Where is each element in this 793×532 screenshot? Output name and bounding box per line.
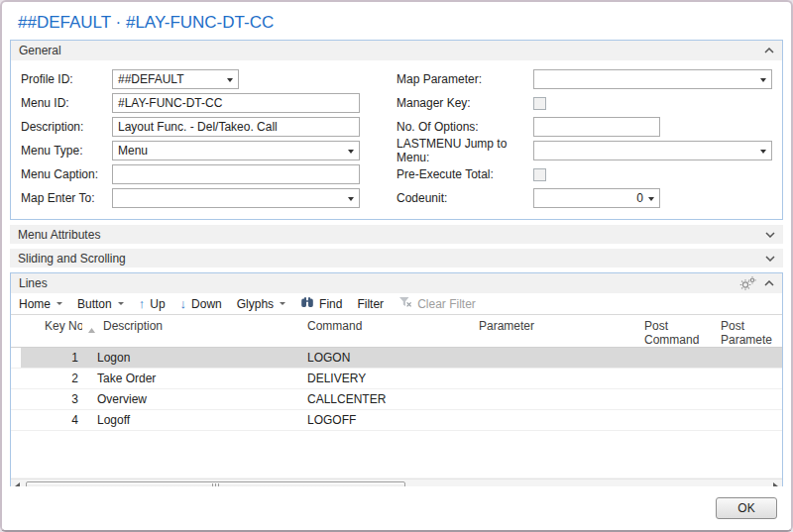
sliding-scrolling-label: Sliding and Scrolling: [18, 252, 126, 266]
menu-caret-icon: [280, 302, 285, 305]
lines-toolbar: Home Button ↑ Up ↓ Down Glyphs: [11, 293, 782, 315]
chevron-up-icon[interactable]: [764, 280, 774, 286]
cell-description: Logoff: [82, 413, 303, 427]
cell-description: Overview: [82, 392, 303, 406]
lastmenu-jump-dropdown[interactable]: [533, 141, 772, 160]
menu-type-label: Menu Type:: [21, 144, 112, 158]
menu-attributes-section[interactable]: Menu Attributes: [10, 225, 783, 244]
cell-key-no: 4: [21, 413, 82, 427]
menu-caption-label: Menu Caption:: [21, 167, 112, 181]
chevron-up-icon[interactable]: [764, 48, 774, 53]
move-down-button[interactable]: ↓ Down: [180, 297, 222, 311]
cell-description: Logon: [82, 351, 303, 365]
codeunit-value: 0: [636, 191, 643, 205]
menu-id-label: Menu ID:: [21, 96, 112, 110]
menu-caret-icon: [118, 302, 124, 305]
description-label: Description:: [21, 120, 112, 134]
home-menu-button[interactable]: Home: [19, 297, 62, 311]
general-right-column: Map Parameter: Manager Key: No. Of Optio…: [396, 67, 772, 210]
button-menu-button[interactable]: Button: [77, 297, 124, 311]
cell-command: DELIVERY: [303, 372, 475, 385]
down-arrow-icon: ↓: [180, 297, 187, 310]
menu-type-value: Menu: [118, 144, 148, 158]
no-of-options-field[interactable]: [533, 117, 660, 137]
menu-caret-icon: [57, 302, 62, 305]
cell-key-no: 1: [21, 351, 82, 365]
manager-key-checkbox[interactable]: [533, 97, 546, 110]
map-parameter-dropdown[interactable]: [533, 69, 772, 89]
pre-execute-total-checkbox[interactable]: [533, 168, 546, 181]
filter-button[interactable]: Filter: [357, 297, 384, 311]
lines-panel: Lines Home: [10, 272, 783, 494]
move-up-button[interactable]: ↑ Up: [139, 297, 166, 311]
column-header-command[interactable]: Command: [303, 319, 475, 333]
dropdown-caret-icon: [760, 78, 766, 82]
page-title: ##DEFAULT · #LAY-FUNC-DT-CC: [18, 12, 775, 34]
map-enter-to-dropdown[interactable]: [112, 188, 360, 208]
glyphs-label: Glyphs: [237, 297, 274, 311]
dropdown-caret-icon: [648, 197, 654, 201]
column-header-post-command[interactable]: Post Command: [640, 319, 717, 347]
cell-command: LOGON: [303, 351, 475, 365]
description-value: Layout Func. - Del/Takeo. Call: [118, 120, 278, 134]
dropdown-caret-icon: [760, 150, 766, 154]
ok-button[interactable]: OK: [716, 497, 777, 519]
cell-key-no: 3: [21, 392, 82, 406]
column-header-key-no[interactable]: Key No.: [21, 319, 82, 333]
cell-command: CALLCENTER: [303, 392, 475, 406]
profile-id-label: Profile ID:: [21, 72, 112, 86]
dropdown-caret-icon: [348, 197, 354, 201]
table-row[interactable]: 3 Overview CALLCENTER: [11, 389, 782, 410]
cell-description: Take Order: [82, 372, 303, 385]
up-label: Up: [150, 297, 165, 311]
lines-header[interactable]: Lines: [11, 273, 782, 293]
table-row[interactable]: 2 Take Order DELIVERY: [11, 369, 782, 389]
home-label: Home: [19, 297, 51, 311]
chevron-down-icon[interactable]: [765, 256, 775, 262]
menu-type-dropdown[interactable]: Menu: [112, 141, 360, 160]
table-row[interactable]: 1 Logon LOGON: [11, 348, 782, 369]
lastmenu-jump-label: LASTMENU Jump to Menu:: [396, 137, 533, 164]
general-body: Profile ID: ##DEFAULT Menu ID: #LAY-FUNC…: [11, 60, 782, 219]
map-parameter-label: Map Parameter:: [396, 72, 533, 86]
sort-ascending-icon: [88, 322, 95, 336]
dialog-footer: OK: [2, 486, 791, 530]
menu-caption-field[interactable]: [112, 164, 360, 184]
find-button[interactable]: Find: [300, 296, 342, 311]
chevron-down-icon[interactable]: [765, 232, 775, 238]
manager-key-label: Manager Key:: [396, 96, 533, 110]
general-panel: General Profile ID: ##DEFAULT Menu ID:: [10, 40, 783, 220]
map-enter-to-label: Map Enter To:: [21, 191, 112, 205]
profile-id-dropdown[interactable]: ##DEFAULT: [112, 69, 239, 89]
clear-filter-button[interactable]: Clear Filter: [398, 296, 476, 311]
filter-label: Filter: [357, 297, 384, 311]
general-header[interactable]: General: [11, 41, 782, 60]
lines-header-label: Lines: [19, 276, 48, 290]
codeunit-label: Codeunit:: [396, 191, 533, 205]
find-label: Find: [319, 297, 342, 311]
button-label: Button: [77, 297, 112, 311]
table-row[interactable]: 4 Logoff LOGOFF: [11, 410, 782, 431]
down-label: Down: [191, 297, 222, 311]
card-window: ##DEFAULT · #LAY-FUNC-DT-CC General Prof…: [0, 0, 793, 532]
glyphs-menu-button[interactable]: Glyphs: [237, 297, 285, 311]
cell-key-no: 2: [21, 372, 82, 385]
general-header-label: General: [19, 44, 61, 57]
column-header-post-parameter[interactable]: Post Paramete: [717, 319, 782, 347]
no-of-options-label: No. Of Options:: [396, 120, 533, 134]
grid-header-row: Key No. Description Command Parameter Po…: [11, 315, 782, 348]
up-arrow-icon: ↑: [139, 297, 146, 310]
column-header-parameter[interactable]: Parameter: [475, 319, 640, 333]
menu-attributes-label: Menu Attributes: [18, 228, 100, 242]
codeunit-dropdown[interactable]: 0: [533, 188, 660, 208]
pre-execute-total-label: Pre-Execute Total:: [396, 167, 533, 181]
clear-filter-label: Clear Filter: [417, 297, 476, 311]
column-header-description[interactable]: Description: [82, 319, 303, 336]
description-header-label: Description: [103, 319, 163, 333]
customize-gears-icon[interactable]: [739, 276, 756, 290]
cell-command: LOGOFF: [303, 413, 475, 427]
binoculars-icon: [300, 296, 314, 311]
sliding-scrolling-section[interactable]: Sliding and Scrolling: [10, 249, 783, 267]
menu-id-field[interactable]: #LAY-FUNC-DT-CC: [112, 93, 360, 113]
description-field[interactable]: Layout Func. - Del/Takeo. Call: [112, 117, 360, 137]
